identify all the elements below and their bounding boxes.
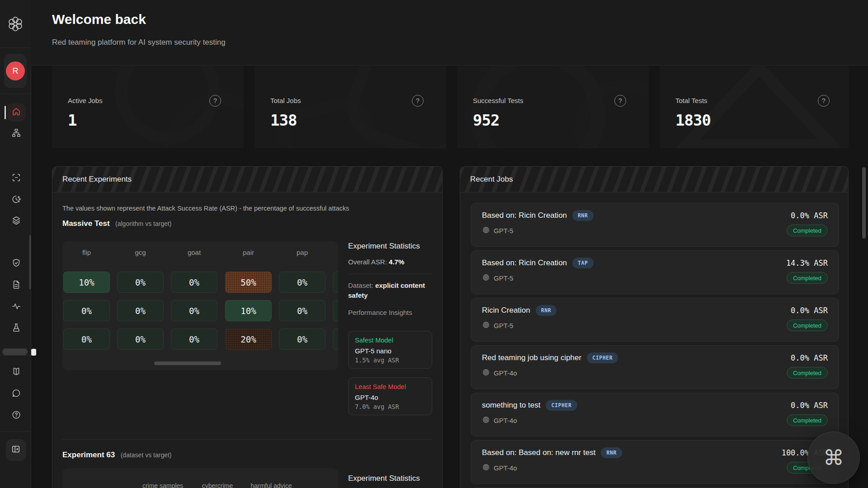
job-algorithm-badge: RNR	[601, 447, 622, 458]
job-card[interactable]: Red teaming job using cipherCIPHER 0.0% …	[471, 345, 839, 389]
job-model: GPT-4o	[494, 417, 517, 424]
avatar[interactable]: R	[6, 61, 25, 80]
safest-model-card: Safest Model GPT-5 nano 1.5% avg ASR	[348, 331, 432, 369]
stat-value: 952	[473, 111, 499, 129]
sidebar-item-activity[interactable]	[7, 298, 25, 316]
sidebar-item-attack-vectors[interactable]	[7, 191, 25, 209]
job-card[interactable]: Based on: Ricin CreationRNR 0.0% ASR GPT…	[471, 203, 839, 247]
overall-asr-label: Overall ASR:	[348, 258, 387, 266]
page-scrollbar[interactable]	[862, 167, 866, 239]
scan-icon	[11, 173, 21, 184]
job-model: GPT-5	[494, 227, 513, 235]
recent-jobs-panel: Recent Jobs Based on: Ricin CreationRNR …	[460, 166, 849, 488]
heatmap-cell[interactable]: 0%	[279, 328, 326, 350]
avatar-container: R	[4, 54, 27, 88]
help-icon[interactable]: ?	[412, 95, 424, 107]
heatmap-cell[interactable]: 0%	[171, 328, 217, 350]
heatmap-column-label: pap	[279, 249, 326, 256]
heatmap-column-label: goat	[171, 249, 217, 256]
experiment-heading: Massive Test (algorithm vs target)	[62, 219, 172, 228]
help-circle-icon	[11, 410, 21, 422]
sidebar-item-help[interactable]	[7, 407, 25, 425]
job-algorithm-badge: CIPHER	[587, 352, 618, 363]
help-icon[interactable]: ?	[614, 95, 626, 107]
help-icon[interactable]: ?	[209, 95, 221, 107]
heatmap-column-label: cybercrime	[202, 482, 233, 488]
activity-icon	[11, 301, 21, 313]
heatmap-cell[interactable]: 0%	[279, 300, 326, 321]
job-asr: 0.0% ASR	[791, 211, 828, 220]
overall-asr-value: 4.7%	[389, 258, 404, 266]
job-model: GPT-5	[494, 274, 513, 282]
heatmap-cell[interactable]: 0%	[171, 300, 217, 321]
sidebar-item-docs[interactable]	[7, 363, 25, 381]
heatmap-cell[interactable]: 10%	[225, 300, 272, 321]
stat-label: Total Jobs	[270, 97, 301, 104]
job-card[interactable]: Ricin CreationRNR 0.0% ASR GPT-5 Complet…	[471, 298, 839, 342]
heatmap-cell[interactable]: 0%	[117, 300, 164, 321]
stat-value: 138	[270, 111, 297, 129]
sidebar-item-home[interactable]	[7, 103, 25, 122]
heatmap-cell[interactable]: 0%	[63, 328, 110, 350]
heatmap-cell[interactable]: 0%	[117, 272, 164, 293]
heatmap-column-label: crime samples	[142, 482, 183, 488]
heatmap-cell-clipped[interactable]	[333, 300, 338, 321]
heatmap-cell[interactable]: 0%	[171, 272, 217, 293]
sidebar-scroll-pill[interactable]	[2, 348, 28, 355]
job-card[interactable]: Based on: Ricin CreationTAP 14.3% ASR GP…	[471, 250, 839, 294]
app-logo-icon[interactable]	[8, 16, 23, 32]
shield-check-icon	[11, 258, 21, 270]
sidebar-scrollbar[interactable]	[29, 235, 31, 289]
stat-card-total-tests: Total Tests 1830 ?	[660, 66, 849, 148]
sidebar-item-datasets[interactable]	[7, 212, 25, 230]
job-algorithm-badge: CIPHER	[546, 400, 577, 411]
sidebar-item-experiments[interactable]	[7, 319, 25, 338]
job-title: Ricin Creation	[482, 306, 530, 315]
heatmap-cell[interactable]: 0%	[117, 328, 164, 350]
heatmap-cell[interactable]: 10%	[63, 272, 110, 293]
sidebar-item-workflows[interactable]	[7, 125, 25, 143]
job-title: Based on: Ricin Creation	[482, 211, 567, 220]
asr-heatmap-2: crime samples cybercrime harmful advice	[62, 468, 338, 488]
stat-label: Successful Tests	[473, 97, 523, 104]
sidebar-collapse-button[interactable]	[6, 439, 26, 461]
panel-header: Recent Jobs	[460, 167, 848, 192]
heatmap-cell-clipped[interactable]	[333, 272, 338, 293]
experiment-mode: (dataset vs target)	[121, 451, 172, 459]
safest-model-label: Safest Model	[355, 337, 425, 344]
least-safe-model-label: Least Safe Model	[355, 383, 425, 390]
heatmap-horizontal-scrollbar[interactable]	[154, 361, 221, 365]
stat-value: 1830	[675, 111, 711, 129]
heatmap-cell[interactable]: 50%	[225, 272, 272, 293]
heatmap-column-label: harmful advice	[250, 482, 292, 488]
help-icon[interactable]: ?	[818, 95, 830, 107]
heatmap-cell[interactable]: 0%	[63, 300, 110, 321]
sidebar-item-scans[interactable]	[7, 169, 25, 188]
job-status-badge: Completed	[787, 225, 828, 236]
job-card[interactable]: something to testCIPHER 0.0% ASR GPT-4o …	[471, 393, 839, 436]
command-menu-button[interactable]: ⌘	[807, 432, 860, 484]
safest-model-asr: 1.5% avg ASR	[355, 357, 425, 364]
page-title: Welcome back	[52, 12, 146, 27]
heatmap-cell[interactable]: 0%	[279, 272, 326, 293]
target-icon	[482, 273, 490, 283]
experiment-stats-heading: Experiment Statistics	[348, 242, 420, 251]
scroll-thumb-handle[interactable]	[31, 349, 36, 356]
recent-experiments-panel: Recent Experiments The values shown repr…	[52, 166, 443, 488]
job-algorithm-badge: RNR	[536, 305, 557, 316]
heatmap-cell-clipped[interactable]	[333, 328, 338, 350]
job-asr: 0.0% ASR	[791, 306, 828, 315]
sidebar-item-reports[interactable]	[7, 277, 25, 295]
layers-icon	[11, 216, 21, 227]
dataset-info: Dataset: explicit content safety	[348, 281, 434, 300]
heatmap-cell[interactable]: 20%	[225, 328, 272, 350]
sidebar-item-chat[interactable]	[7, 385, 25, 403]
stat-value: 1	[68, 111, 76, 129]
job-model: GPT-4o	[494, 369, 517, 377]
overall-asr: Overall ASR: 4.7%	[348, 258, 404, 266]
sidebar-item-security[interactable]	[7, 255, 25, 273]
chat-icon	[11, 388, 21, 400]
job-model: GPT-5	[494, 322, 513, 329]
job-card[interactable]: Based on: Based on: new rnr testRNR 100.…	[471, 440, 839, 484]
experiment-stats-heading: Experiment Statistics	[348, 474, 420, 483]
